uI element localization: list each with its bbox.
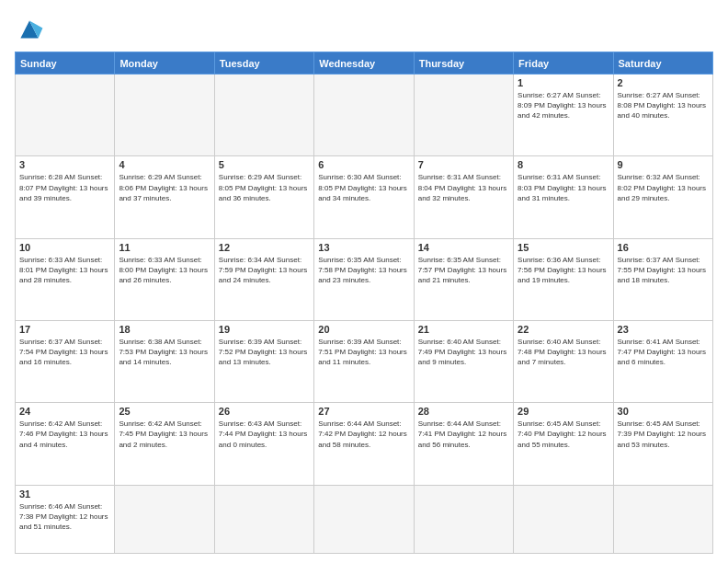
day-number: 27: [318, 406, 409, 417]
day-info: Sunrise: 6:36 AM Sunset: 7:56 PM Dayligh…: [518, 255, 609, 286]
calendar-cell: 22Sunrise: 6:40 AM Sunset: 7:48 PM Dayli…: [514, 320, 613, 402]
day-number: 2: [618, 77, 709, 88]
calendar-cell: 9Sunrise: 6:32 AM Sunset: 8:02 PM Daylig…: [613, 156, 712, 238]
calendar-cell: 29Sunrise: 6:45 AM Sunset: 7:40 PM Dayli…: [514, 403, 613, 485]
day-info: Sunrise: 6:28 AM Sunset: 8:07 PM Dayligh…: [19, 172, 110, 203]
day-info: Sunrise: 6:42 AM Sunset: 7:46 PM Dayligh…: [19, 419, 110, 450]
calendar-cell: 15Sunrise: 6:36 AM Sunset: 7:56 PM Dayli…: [514, 238, 613, 320]
weekday-header-saturday: Saturday: [613, 52, 712, 75]
day-number: 29: [518, 406, 609, 417]
day-number: 22: [518, 324, 609, 335]
week-row-0: 1Sunrise: 6:27 AM Sunset: 8:09 PM Daylig…: [16, 75, 713, 156]
day-info: Sunrise: 6:38 AM Sunset: 7:53 PM Dayligh…: [119, 337, 210, 368]
week-row-5: 31Sunrise: 6:46 AM Sunset: 7:38 PM Dayli…: [16, 485, 713, 553]
calendar-cell: 17Sunrise: 6:37 AM Sunset: 7:54 PM Dayli…: [16, 320, 115, 402]
day-number: 16: [618, 242, 709, 253]
calendar-cell: 11Sunrise: 6:33 AM Sunset: 8:00 PM Dayli…: [115, 238, 214, 320]
day-info: Sunrise: 6:35 AM Sunset: 7:58 PM Dayligh…: [318, 255, 409, 286]
day-info: Sunrise: 6:31 AM Sunset: 8:03 PM Dayligh…: [518, 172, 609, 203]
calendar-cell: 20Sunrise: 6:39 AM Sunset: 7:51 PM Dayli…: [314, 320, 414, 402]
calendar-cell: [613, 485, 712, 553]
calendar-cell: 14Sunrise: 6:35 AM Sunset: 7:57 PM Dayli…: [414, 238, 513, 320]
calendar-cell: [115, 485, 214, 553]
day-info: Sunrise: 6:41 AM Sunset: 7:47 PM Dayligh…: [618, 337, 709, 368]
day-number: 28: [418, 406, 509, 417]
day-number: 26: [219, 406, 310, 417]
day-number: 3: [19, 159, 110, 170]
day-number: 1: [518, 77, 609, 88]
day-info: Sunrise: 6:31 AM Sunset: 8:04 PM Dayligh…: [418, 172, 509, 203]
week-row-3: 17Sunrise: 6:37 AM Sunset: 7:54 PM Dayli…: [16, 320, 713, 402]
calendar-cell: [16, 75, 115, 156]
calendar-cell: [514, 485, 613, 553]
calendar-cell: 4Sunrise: 6:29 AM Sunset: 8:06 PM Daylig…: [115, 156, 214, 238]
day-info: Sunrise: 6:27 AM Sunset: 8:08 PM Dayligh…: [618, 90, 709, 121]
day-number: 6: [318, 159, 409, 170]
calendar-cell: [115, 75, 214, 156]
calendar-cell: 31Sunrise: 6:46 AM Sunset: 7:38 PM Dayli…: [16, 485, 115, 553]
weekday-header-monday: Monday: [115, 52, 214, 75]
calendar-cell: 6Sunrise: 6:30 AM Sunset: 8:05 PM Daylig…: [314, 156, 414, 238]
calendar-cell: 3Sunrise: 6:28 AM Sunset: 8:07 PM Daylig…: [16, 156, 115, 238]
calendar-cell: 13Sunrise: 6:35 AM Sunset: 7:58 PM Dayli…: [314, 238, 414, 320]
weekday-header-thursday: Thursday: [414, 52, 513, 75]
day-number: 11: [119, 242, 210, 253]
calendar-cell: 12Sunrise: 6:34 AM Sunset: 7:59 PM Dayli…: [214, 238, 313, 320]
day-info: Sunrise: 6:37 AM Sunset: 7:54 PM Dayligh…: [19, 337, 110, 368]
day-info: Sunrise: 6:30 AM Sunset: 8:05 PM Dayligh…: [318, 172, 409, 203]
calendar-cell: [414, 485, 513, 553]
day-info: Sunrise: 6:32 AM Sunset: 8:02 PM Dayligh…: [618, 172, 709, 203]
calendar-cell: 19Sunrise: 6:39 AM Sunset: 7:52 PM Dayli…: [214, 320, 313, 402]
weekday-header-sunday: Sunday: [16, 52, 115, 75]
calendar-cell: 26Sunrise: 6:43 AM Sunset: 7:44 PM Dayli…: [214, 403, 313, 485]
day-number: 4: [119, 159, 210, 170]
day-info: Sunrise: 6:29 AM Sunset: 8:06 PM Dayligh…: [119, 172, 210, 203]
calendar-cell: 2Sunrise: 6:27 AM Sunset: 8:08 PM Daylig…: [613, 75, 712, 156]
calendar-cell: [214, 75, 313, 156]
day-info: Sunrise: 6:45 AM Sunset: 7:39 PM Dayligh…: [618, 419, 709, 450]
calendar-cell: 7Sunrise: 6:31 AM Sunset: 8:04 PM Daylig…: [414, 156, 513, 238]
day-number: 12: [219, 242, 310, 253]
day-info: Sunrise: 6:46 AM Sunset: 7:38 PM Dayligh…: [19, 501, 110, 533]
day-number: 9: [618, 159, 709, 170]
day-info: Sunrise: 6:45 AM Sunset: 7:40 PM Dayligh…: [518, 419, 609, 450]
day-info: Sunrise: 6:40 AM Sunset: 7:48 PM Dayligh…: [518, 337, 609, 368]
calendar-cell: 5Sunrise: 6:29 AM Sunset: 8:05 PM Daylig…: [214, 156, 313, 238]
calendar-cell: 24Sunrise: 6:42 AM Sunset: 7:46 PM Dayli…: [16, 403, 115, 485]
day-number: 8: [518, 159, 609, 170]
day-number: 18: [119, 324, 210, 335]
logo: [15, 15, 48, 44]
header: [15, 15, 713, 44]
day-number: 7: [418, 159, 509, 170]
day-info: Sunrise: 6:33 AM Sunset: 8:01 PM Dayligh…: [19, 255, 110, 286]
day-info: Sunrise: 6:44 AM Sunset: 7:41 PM Dayligh…: [418, 419, 509, 450]
week-row-2: 10Sunrise: 6:33 AM Sunset: 8:01 PM Dayli…: [16, 238, 713, 320]
day-info: Sunrise: 6:39 AM Sunset: 7:51 PM Dayligh…: [318, 337, 409, 368]
weekday-header-row: SundayMondayTuesdayWednesdayThursdayFrid…: [16, 52, 713, 75]
day-number: 14: [418, 242, 509, 253]
calendar-cell: 30Sunrise: 6:45 AM Sunset: 7:39 PM Dayli…: [613, 403, 712, 485]
day-info: Sunrise: 6:37 AM Sunset: 7:55 PM Dayligh…: [618, 255, 709, 286]
day-info: Sunrise: 6:34 AM Sunset: 7:59 PM Dayligh…: [219, 255, 310, 286]
weekday-header-friday: Friday: [514, 52, 613, 75]
day-number: 30: [618, 406, 709, 417]
day-number: 13: [318, 242, 409, 253]
day-number: 31: [19, 488, 110, 500]
day-number: 23: [618, 324, 709, 335]
calendar-cell: 23Sunrise: 6:41 AM Sunset: 7:47 PM Dayli…: [613, 320, 712, 402]
calendar-cell: 18Sunrise: 6:38 AM Sunset: 7:53 PM Dayli…: [115, 320, 214, 402]
calendar-cell: [414, 75, 513, 156]
day-info: Sunrise: 6:39 AM Sunset: 7:52 PM Dayligh…: [219, 337, 310, 368]
day-info: Sunrise: 6:40 AM Sunset: 7:49 PM Dayligh…: [418, 337, 509, 368]
generalblue-logo-icon: [15, 15, 44, 44]
calendar-table: SundayMondayTuesdayWednesdayThursdayFrid…: [15, 52, 713, 554]
week-row-1: 3Sunrise: 6:28 AM Sunset: 8:07 PM Daylig…: [16, 156, 713, 238]
calendar-cell: 25Sunrise: 6:42 AM Sunset: 7:45 PM Dayli…: [115, 403, 214, 485]
day-info: Sunrise: 6:42 AM Sunset: 7:45 PM Dayligh…: [119, 419, 210, 450]
day-number: 20: [318, 324, 409, 335]
day-info: Sunrise: 6:44 AM Sunset: 7:42 PM Dayligh…: [318, 419, 409, 450]
day-number: 15: [518, 242, 609, 253]
calendar-cell: 28Sunrise: 6:44 AM Sunset: 7:41 PM Dayli…: [414, 403, 513, 485]
weekday-header-tuesday: Tuesday: [214, 52, 313, 75]
page: SundayMondayTuesdayWednesdayThursdayFrid…: [0, 0, 728, 563]
